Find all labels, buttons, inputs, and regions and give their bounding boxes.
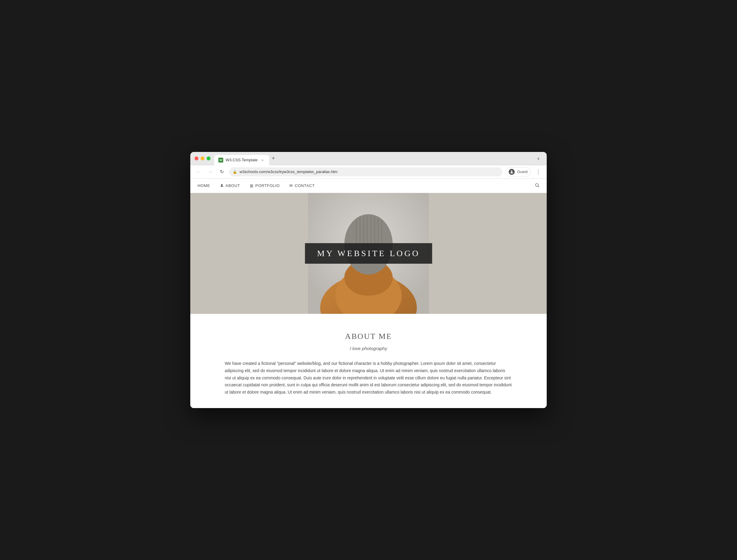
hero-logo-box: MY WEBSITE LOGO xyxy=(305,243,432,264)
svg-point-0 xyxy=(511,170,513,172)
url-bar[interactable]: 🔒 w3schools.com/w3css/tryw3css_templates… xyxy=(229,167,502,176)
tab-close-button[interactable]: × xyxy=(260,158,265,163)
nav-home[interactable]: HOME xyxy=(198,183,210,188)
nav-about[interactable]: ABOUT xyxy=(220,183,240,188)
nav-portfolio-label: PORTFOLIO xyxy=(255,183,280,188)
back-button[interactable]: ← xyxy=(195,168,203,176)
nav-contact-label: CONTACT xyxy=(295,183,315,188)
about-person-icon xyxy=(220,183,224,188)
contact-mail-icon: ✉ xyxy=(289,183,293,188)
search-icon[interactable] xyxy=(535,183,539,189)
profile-icon xyxy=(509,169,515,175)
url-text: w3schools.com/w3css/tryw3css_templates_p… xyxy=(240,169,499,174)
about-title: ABOUT ME xyxy=(225,332,512,341)
hero-section: MY WEBSITE LOGO xyxy=(190,193,547,314)
maximize-window-button[interactable] xyxy=(207,156,211,160)
new-tab-button[interactable]: + xyxy=(269,154,278,163)
tab-title: W3.CSS Template xyxy=(226,158,258,162)
portfolio-grid-icon: ⊞ xyxy=(250,183,254,188)
window-controls xyxy=(195,156,211,160)
nav-about-label: ABOUT xyxy=(226,183,240,188)
title-bar: W W3.CSS Template × + ∨ xyxy=(190,152,547,165)
minimize-window-button[interactable] xyxy=(201,156,204,160)
website-content: HOME ABOUT ⊞ PORTFOLIO ✉ CONTACT xyxy=(190,179,547,408)
nav-links: HOME ABOUT ⊞ PORTFOLIO ✉ CONTACT xyxy=(198,183,535,188)
nav-home-label: HOME xyxy=(198,183,210,188)
profile-button[interactable]: Guest xyxy=(505,167,531,176)
nav-contact[interactable]: ✉ CONTACT xyxy=(289,183,315,188)
svg-point-2 xyxy=(536,183,538,186)
about-subtitle: I love photography xyxy=(225,346,512,351)
address-bar: ← → ↻ 🔒 w3schools.com/w3css/tryw3css_tem… xyxy=(190,165,547,179)
tab-favicon: W xyxy=(218,158,223,163)
forward-button[interactable]: → xyxy=(206,168,214,176)
close-window-button[interactable] xyxy=(195,156,198,160)
tab-collapse-button[interactable]: ∨ xyxy=(534,154,542,163)
refresh-button[interactable]: ↻ xyxy=(217,168,226,176)
site-navigation: HOME ABOUT ⊞ PORTFOLIO ✉ CONTACT xyxy=(190,179,547,193)
svg-point-1 xyxy=(221,184,222,185)
lock-icon: 🔒 xyxy=(233,170,237,174)
profile-label: Guest xyxy=(517,169,528,174)
active-tab[interactable]: W W3.CSS Template × xyxy=(214,155,269,165)
about-section-wrapper: ABOUT ME I love photography We have crea… xyxy=(190,314,547,408)
svg-line-3 xyxy=(538,186,539,187)
about-section: ABOUT ME I love photography We have crea… xyxy=(217,314,520,408)
browser-menu-button[interactable]: ⋮ xyxy=(534,168,542,176)
browser-window: W W3.CSS Template × + ∨ ← → ↻ 🔒 w3school… xyxy=(190,152,547,408)
tab-area: W W3.CSS Template × + ∨ xyxy=(214,153,542,164)
about-body-text: We have created a fictional "personal" w… xyxy=(225,360,512,396)
hero-logo-text: MY WEBSITE LOGO xyxy=(317,249,420,258)
nav-portfolio[interactable]: ⊞ PORTFOLIO xyxy=(250,183,280,188)
